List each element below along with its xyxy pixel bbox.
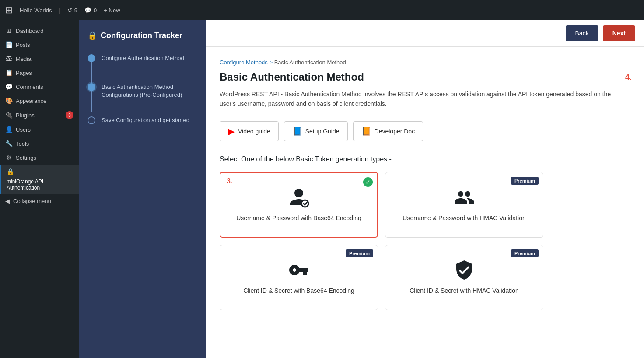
video-guide-button[interactable]: ▶ Video guide (220, 121, 279, 141)
main-layout: ⊞ Dashboard 📄 Posts 🖼 Media 📋 Pages 💬 Co… (0, 20, 644, 358)
revisions-icon: ↺ (67, 7, 72, 14)
step-2-content: Basic Authentication Method Configuratio… (102, 83, 197, 116)
tracker-step-2: Basic Authentication Method Configuratio… (88, 83, 197, 116)
card-username-base64-label: Username & Password with Base64 Encoding (236, 214, 361, 223)
sidebar-item-dashboard[interactable]: ⊞ Dashboard (0, 24, 79, 38)
step-1-indicator (88, 54, 95, 83)
page-title: Basic Authentication Method (220, 71, 630, 83)
sidebar-item-miniorange[interactable]: 🔒 miniOrange API Authentication (0, 165, 79, 194)
page-description: WordPress REST API - Basic Authenticatio… (220, 89, 613, 109)
sidebar-item-comments[interactable]: 💬 Comments (0, 80, 79, 94)
sidebar-item-settings[interactable]: ⚙ Settings (0, 151, 79, 165)
guide-book-icon: 📘 (292, 126, 302, 136)
tracker-step-1: Configure Authentication Method (88, 54, 197, 83)
step-2-dot (88, 83, 95, 91)
breadcrumb-separator: > (269, 59, 274, 66)
settings-icon: ⚙ (5, 154, 12, 161)
breadcrumb-current: Basic Authentication Method (274, 59, 346, 66)
step-1-label: Configure Authentication Method (102, 54, 184, 62)
back-button[interactable]: Back (566, 25, 598, 41)
tracker-step-3: Save Configuration and get started (88, 116, 197, 142)
step-2-label: Basic Authentication Method Configuratio… (102, 83, 197, 99)
dashboard-icon: ⊞ (5, 27, 12, 34)
comment-icon: 💬 (84, 7, 91, 14)
tools-icon: 🔧 (5, 140, 12, 147)
sidebar-item-pages[interactable]: 📋 Pages (0, 66, 79, 80)
collapse-icon: ◀ (5, 198, 10, 204)
card-client-base64-label: Client ID & Secret with Base64 Encoding (243, 287, 354, 295)
step-3-indicator (88, 116, 95, 124)
key-icon (288, 260, 309, 281)
sidebar-item-users[interactable]: 👤 Users (0, 123, 79, 137)
sidebar-item-posts[interactable]: 📄 Posts (0, 38, 79, 52)
card-username-hmac-label: Username & Password with HMAC Validation (402, 214, 525, 223)
comments-link[interactable]: 💬 0 (84, 7, 97, 14)
video-guide-label: Video guide (238, 128, 270, 135)
card-username-base64[interactable]: 3. ✓ Username & Password with Base64 Enc… (220, 172, 378, 238)
posts-icon: 📄 (5, 41, 12, 48)
developer-doc-icon: 📙 (361, 126, 371, 136)
sidebar-item-media[interactable]: 🖼 Media (0, 52, 79, 66)
pages-icon: 📋 (5, 69, 12, 76)
card-client-base64[interactable]: Premium Client ID & Secret with Base64 E… (220, 245, 378, 310)
media-icon: 🖼 (5, 55, 12, 62)
wp-logo-icon: ⊞ (5, 5, 13, 15)
new-content-link[interactable]: + New (104, 7, 120, 14)
step-2-line (91, 91, 92, 112)
user-check-icon (288, 187, 309, 208)
tracker-title-icon: 🔒 (88, 31, 97, 40)
topbar-separator-1: | (59, 7, 60, 14)
appearance-icon: 🎨 (5, 97, 12, 104)
card-selected-checkmark: ✓ (363, 177, 373, 187)
tracker-panel: 🔒 Configuration Tracker Configure Authen… (79, 20, 206, 358)
step-3-dot (88, 116, 95, 124)
sidebar: ⊞ Dashboard 📄 Posts 🖼 Media 📋 Pages 💬 Co… (0, 20, 79, 358)
token-cards-grid: 3. ✓ Username & Password with Base64 Enc… (220, 172, 543, 310)
youtube-icon: ▶ (228, 126, 234, 137)
step-2-indicator (88, 83, 95, 112)
developer-doc-button[interactable]: 📙 Developer Doc (353, 121, 424, 141)
setup-guide-label: Setup Guide (305, 128, 340, 135)
sidebar-item-tools[interactable]: 🔧 Tools (0, 137, 79, 151)
tracker-title: 🔒 Configuration Tracker (88, 31, 197, 40)
step-4-label: 4. (625, 73, 632, 82)
site-name[interactable]: Hello Worlds (20, 7, 52, 14)
breadcrumb-parent-link[interactable]: Configure Methods (220, 59, 268, 66)
card-4-premium-badge: Premium (511, 249, 539, 257)
content-body: 4. Configure Methods > Basic Authenticat… (206, 47, 644, 323)
plugins-icon: 🔌 (5, 112, 12, 119)
step-1-content: Configure Authentication Method (102, 54, 184, 80)
sidebar-item-appearance[interactable]: 🎨 Appearance (0, 94, 79, 108)
step-1-line (91, 62, 92, 83)
sidebar-item-plugins[interactable]: 🔌 Plugins 8 (0, 108, 79, 123)
card-step-number: 3. (227, 177, 232, 185)
main-content: Back Next 4. Configure Methods > Basic A… (206, 20, 644, 358)
svg-point-0 (301, 200, 308, 207)
breadcrumb: Configure Methods > Basic Authentication… (220, 59, 630, 66)
section-title: Select One of the below Basic Token gene… (220, 155, 630, 163)
step-3-content: Save Configuration and get started (102, 116, 189, 142)
plugins-badge: 8 (66, 111, 74, 119)
topbar: ⊞ Hello Worlds | ↺ 9 💬 0 + New (0, 0, 644, 20)
revisions-link[interactable]: ↺ 9 (67, 7, 77, 14)
card-2-premium-badge: Premium (511, 177, 539, 185)
shield-check-icon (454, 260, 475, 281)
users-icon: 👤 (5, 126, 12, 133)
content-header: Back Next (206, 20, 644, 47)
user-group-icon (454, 187, 475, 208)
step-3-label: Save Configuration and get started (102, 116, 189, 124)
step-1-dot (88, 54, 95, 62)
resource-buttons: ▶ Video guide 📘 Setup Guide 📙 Developer … (220, 121, 630, 141)
card-username-hmac[interactable]: Premium Username & Password with HMAC Va… (385, 172, 543, 238)
card-client-hmac[interactable]: Premium Client ID & Secret with HMAC Val… (385, 245, 543, 310)
card-client-hmac-label: Client ID & Secret with HMAC Validation (410, 287, 519, 295)
card-3-premium-badge: Premium (346, 249, 373, 257)
miniorange-icon: 🔒 (7, 168, 14, 175)
next-button[interactable]: Next (603, 25, 635, 41)
developer-doc-label: Developer Doc (374, 128, 415, 135)
setup-guide-button[interactable]: 📘 Setup Guide (284, 121, 348, 141)
collapse-menu-item[interactable]: ◀ Collapse menu (0, 194, 79, 208)
tracker-steps: Configure Authentication Method Basic Au… (88, 54, 197, 142)
comments-icon: 💬 (5, 83, 12, 90)
